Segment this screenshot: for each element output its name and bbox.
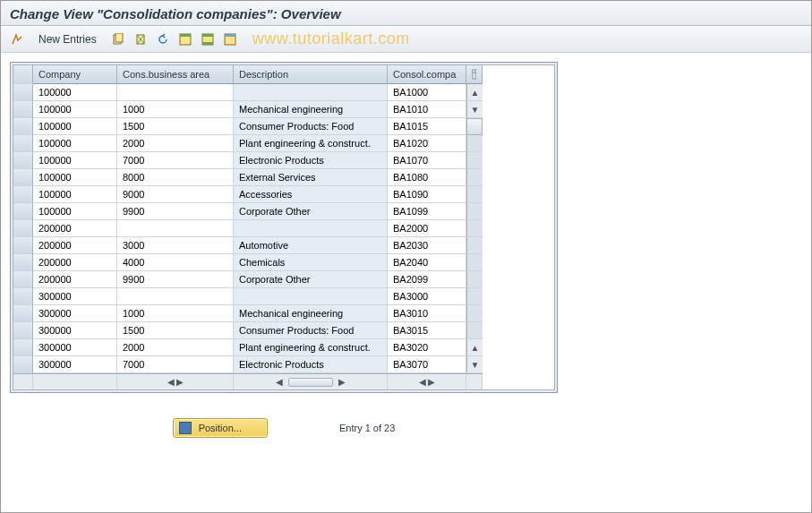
position-button[interactable]: Position... xyxy=(173,418,268,438)
cell-company[interactable]: 100000 xyxy=(33,186,117,203)
col-description[interactable]: Description xyxy=(234,65,388,84)
cell-cons-business-area[interactable]: 9000 xyxy=(117,186,234,203)
toggle-icon[interactable] xyxy=(8,30,26,48)
cell-company[interactable]: 300000 xyxy=(33,288,117,305)
hscroll-right-icon[interactable]: ▶ xyxy=(428,377,435,387)
scroll-track[interactable] xyxy=(466,203,483,220)
hscroll-left-icon[interactable]: ◀ xyxy=(276,377,283,387)
cell-cons-business-area[interactable]: 7000 xyxy=(117,356,234,373)
scroll-up-icon[interactable]: ▲ xyxy=(466,84,483,101)
hscroll-seg-cba[interactable]: ◀▶ xyxy=(117,374,234,389)
cell-company[interactable]: 100000 xyxy=(33,135,117,152)
cell-cons-business-area[interactable]: 1000 xyxy=(117,305,234,322)
scroll-track[interactable] xyxy=(466,152,483,169)
cell-company[interactable]: 100000 xyxy=(33,169,117,186)
cell-consol-company[interactable]: BA1015 xyxy=(388,118,466,135)
hscroll-right-icon[interactable]: ▶ xyxy=(338,377,346,387)
row-selector[interactable] xyxy=(13,339,33,356)
delete-icon[interactable] xyxy=(132,30,150,48)
cell-consol-company[interactable]: BA1010 xyxy=(388,101,466,118)
cell-company[interactable]: 200000 xyxy=(33,271,117,288)
hscroll-right-icon[interactable]: ▶ xyxy=(176,377,184,387)
hscroll-seg-desc[interactable]: ◀▶ xyxy=(234,374,388,389)
cell-consol-company[interactable]: BA2099 xyxy=(388,271,466,288)
scroll-track[interactable] xyxy=(466,271,483,288)
hscroll-thumb[interactable] xyxy=(288,378,333,387)
row-selector[interactable] xyxy=(13,84,33,101)
cell-company[interactable]: 100000 xyxy=(33,101,117,118)
scroll-track[interactable] xyxy=(466,237,483,254)
row-selector[interactable] xyxy=(13,135,33,152)
cell-cons-business-area[interactable]: 9900 xyxy=(117,271,234,288)
cell-consol-company[interactable]: BA1090 xyxy=(388,186,466,203)
row-selector[interactable] xyxy=(13,169,33,186)
cell-consol-company[interactable]: BA3020 xyxy=(388,339,466,356)
cell-consol-company[interactable]: BA3070 xyxy=(388,356,466,373)
scroll-track[interactable] xyxy=(466,220,483,237)
scroll-track[interactable] xyxy=(466,135,483,152)
row-selector[interactable] xyxy=(13,220,33,237)
cell-cons-business-area[interactable]: 9900 xyxy=(117,203,234,220)
cell-consol-company[interactable]: BA3015 xyxy=(388,322,466,339)
scroll-track[interactable] xyxy=(466,288,483,305)
cell-cons-business-area[interactable]: 7000 xyxy=(117,152,234,169)
new-entries-button[interactable]: New Entries xyxy=(30,30,105,48)
col-company[interactable]: Company xyxy=(33,65,117,84)
table-settings-icon[interactable] xyxy=(466,65,483,84)
scroll-track[interactable] xyxy=(466,254,483,271)
row-selector[interactable] xyxy=(13,254,33,271)
cell-company[interactable]: 300000 xyxy=(33,339,117,356)
cell-cons-business-area[interactable]: 1500 xyxy=(117,322,234,339)
cell-cons-business-area[interactable]: 8000 xyxy=(117,169,234,186)
cell-company[interactable]: 100000 xyxy=(33,152,117,169)
deselect-all-icon[interactable] xyxy=(221,30,239,48)
col-cons-business-area[interactable]: Cons.business area xyxy=(117,65,234,84)
scroll-track[interactable] xyxy=(466,305,483,322)
cell-consol-company[interactable]: BA3010 xyxy=(388,305,466,322)
cell-company[interactable]: 200000 xyxy=(33,220,117,237)
cell-company[interactable]: 300000 xyxy=(33,356,117,373)
cell-cons-business-area[interactable]: 3000 xyxy=(117,237,234,254)
scroll-thumb[interactable] xyxy=(466,118,483,135)
row-selector[interactable] xyxy=(13,203,33,220)
cell-company[interactable]: 200000 xyxy=(33,237,117,254)
cell-consol-company[interactable]: BA2030 xyxy=(388,237,466,254)
cell-cons-business-area[interactable] xyxy=(117,220,234,237)
cell-company[interactable]: 300000 xyxy=(33,322,117,339)
cell-company[interactable]: 100000 xyxy=(33,118,117,135)
scroll-up-step-icon[interactable]: ▲ xyxy=(466,339,483,356)
scroll-track[interactable] xyxy=(466,169,483,186)
row-selector[interactable] xyxy=(13,101,33,118)
cell-consol-company[interactable]: BA2000 xyxy=(388,220,466,237)
cell-consol-company[interactable]: BA1099 xyxy=(388,203,466,220)
row-selector[interactable] xyxy=(13,237,33,254)
cell-consol-company[interactable]: BA2040 xyxy=(388,254,466,271)
copy-icon[interactable] xyxy=(109,30,127,48)
row-selector[interactable] xyxy=(13,356,33,373)
row-selector[interactable] xyxy=(13,288,33,305)
cell-company[interactable]: 200000 xyxy=(33,254,117,271)
cell-cons-business-area[interactable] xyxy=(117,84,234,101)
scroll-track[interactable] xyxy=(466,322,483,339)
select-block-icon[interactable] xyxy=(199,30,217,48)
row-selector[interactable] xyxy=(13,271,33,288)
scroll-down-step-icon[interactable]: ▼ xyxy=(466,101,483,118)
cell-consol-company[interactable]: BA1000 xyxy=(388,84,466,101)
cell-company[interactable]: 100000 xyxy=(33,84,117,101)
cell-consol-company[interactable]: BA1080 xyxy=(388,169,466,186)
cell-cons-business-area[interactable]: 1000 xyxy=(117,101,234,118)
col-consol-company[interactable]: Consol.compa xyxy=(388,65,466,84)
select-all-icon[interactable] xyxy=(176,30,194,48)
hscroll-left-icon[interactable]: ◀ xyxy=(419,377,426,387)
row-selector[interactable] xyxy=(13,305,33,322)
row-selector[interactable] xyxy=(13,152,33,169)
row-selector[interactable] xyxy=(13,118,33,135)
cell-consol-company[interactable]: BA1020 xyxy=(388,135,466,152)
cell-cons-business-area[interactable]: 1500 xyxy=(117,118,234,135)
cell-consol-company[interactable]: BA1070 xyxy=(388,152,466,169)
cell-cons-business-area[interactable] xyxy=(117,288,234,305)
undo-icon[interactable] xyxy=(154,30,172,48)
row-selector-header[interactable] xyxy=(13,65,33,84)
cell-cons-business-area[interactable]: 2000 xyxy=(117,339,234,356)
cell-cons-business-area[interactable]: 2000 xyxy=(117,135,234,152)
